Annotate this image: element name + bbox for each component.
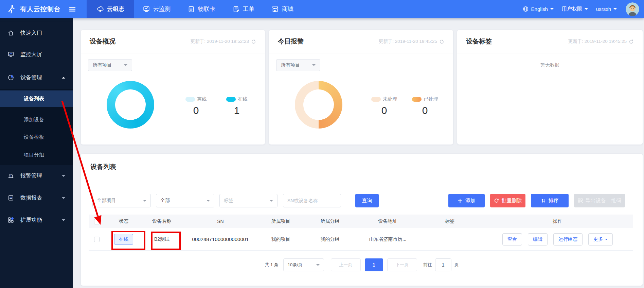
sidebar-item-quick-start[interactable]: 快速入门 bbox=[0, 26, 73, 40]
hamburger-menu-icon[interactable] bbox=[68, 5, 76, 13]
project-filter-select[interactable]: 所有项目 bbox=[88, 59, 132, 71]
card-header: 设备概况 更新于: 2019-11-20 19:52:23 bbox=[81, 30, 265, 53]
status-badge[interactable]: 在线 bbox=[114, 234, 133, 245]
chevron-down-icon bbox=[62, 175, 65, 179]
row-checkbox[interactable] bbox=[94, 237, 100, 242]
next-page-button[interactable]: 下一页 bbox=[387, 258, 417, 271]
project-cell: 我的项目 bbox=[260, 236, 302, 242]
device-name-cell: B2测试 bbox=[142, 236, 181, 242]
view-button[interactable]: 查看 bbox=[502, 233, 522, 245]
export-qr-button[interactable]: 导出设备二维码 bbox=[574, 194, 625, 207]
project-select[interactable]: 全部项目 bbox=[92, 194, 151, 207]
chevron-down-icon bbox=[605, 239, 608, 241]
address-cell: 山东省济南市历... bbox=[358, 236, 417, 242]
add-device-button[interactable]: 添加 bbox=[448, 194, 485, 207]
user-menu[interactable]: usrsxh bbox=[596, 6, 617, 12]
button-label: 查询 bbox=[362, 198, 372, 204]
button-label: 导出设备二维码 bbox=[586, 198, 621, 204]
card-title: 设备概况 bbox=[90, 37, 115, 46]
sort-icon bbox=[541, 198, 546, 203]
page-size-select[interactable]: 10条/页 bbox=[283, 258, 324, 271]
pie-chart-icon bbox=[7, 74, 14, 81]
more-button[interactable]: 更多 bbox=[588, 233, 613, 245]
tab-work-order[interactable]: 工单 bbox=[224, 0, 263, 18]
goto-page-input[interactable] bbox=[435, 258, 451, 271]
sidebar-item-device-list[interactable]: 设备列表 bbox=[0, 90, 73, 107]
legend-swatch bbox=[226, 97, 236, 102]
tab-label: 商城 bbox=[282, 5, 293, 13]
sidebar-item-device-template[interactable]: 设备模板 bbox=[0, 129, 73, 145]
navbar-right: English 用户权限 usrsxh bbox=[518, 2, 644, 16]
col-header-actions: 操作 bbox=[482, 218, 633, 224]
total-count: 共 1 条 bbox=[265, 262, 278, 268]
legend-swatch bbox=[185, 97, 195, 102]
avatar[interactable] bbox=[626, 2, 639, 16]
today-alarm-card: 今日报警 更新于: 2019-11-20 19:45:25 所有项目 bbox=[269, 30, 453, 145]
tag-select[interactable]: 标签 bbox=[219, 194, 278, 207]
sim-card-icon bbox=[187, 5, 195, 13]
current-page-button[interactable]: 1 bbox=[365, 258, 383, 271]
legend-value: 0 bbox=[410, 105, 440, 116]
edit-button[interactable]: 编辑 bbox=[528, 233, 548, 245]
legend-online: 在线 1 bbox=[222, 96, 251, 116]
sidebar-item-extensions[interactable]: 扩展功能 bbox=[0, 213, 73, 227]
status-select[interactable]: 全部 bbox=[156, 194, 214, 207]
legend-offline: 离线 0 bbox=[181, 96, 211, 116]
language-switcher[interactable]: English bbox=[522, 6, 554, 12]
sidebar-item-label: 数据报表 bbox=[20, 194, 42, 202]
store-icon bbox=[271, 5, 279, 13]
device-list-title: 设备列表 bbox=[81, 154, 643, 171]
run-scada-button[interactable]: 运行组态 bbox=[553, 233, 583, 245]
sidebar-item-label: 快速入门 bbox=[20, 30, 42, 37]
tab-cloud-monitor[interactable]: 云监测 bbox=[134, 0, 179, 18]
globe-icon bbox=[522, 6, 529, 12]
sidebar-item-device-management[interactable]: 设备管理 bbox=[0, 70, 73, 85]
refresh-icon[interactable] bbox=[629, 39, 634, 44]
tab-iot-card[interactable]: 物联卡 bbox=[179, 0, 224, 18]
report-icon bbox=[7, 194, 14, 201]
refresh-icon[interactable] bbox=[251, 39, 256, 44]
query-button[interactable]: 查询 bbox=[355, 194, 379, 207]
updated-timestamp: 更新于: 2019-11-20 19:45:25 bbox=[568, 38, 627, 45]
tab-cloud-scada[interactable]: 云组态 bbox=[87, 0, 134, 18]
button-label: 运行组态 bbox=[558, 236, 577, 242]
sidebar-subitem-label: 设备列表 bbox=[24, 96, 44, 102]
chevron-down-icon bbox=[207, 200, 210, 203]
donut-legend: 未处理 0 已处理 0 bbox=[370, 96, 440, 116]
col-header-status: 状态 bbox=[105, 218, 142, 224]
sidebar-item-project-group[interactable]: 项目分组 bbox=[0, 147, 73, 163]
sidebar: 快速入门 监控大屏 设备管理 设备列表 添加设备 设备模板 bbox=[0, 18, 73, 288]
tab-label: 云监测 bbox=[153, 5, 171, 13]
col-header-project: 所属项目 bbox=[260, 218, 302, 224]
tab-store[interactable]: 商城 bbox=[263, 0, 302, 18]
sidebar-item-monitor-screen[interactable]: 监控大屏 bbox=[0, 47, 73, 62]
device-table: 状态 设备名称 SN 所属项目 所属分组 设备地址 标签 操作 在线 B2测试 … bbox=[89, 215, 633, 251]
sidebar-item-data-report[interactable]: 数据报表 bbox=[0, 190, 73, 205]
batch-delete-button[interactable]: 批量删除 bbox=[490, 194, 525, 207]
home-icon bbox=[7, 30, 14, 36]
card-title: 今日报警 bbox=[278, 37, 304, 46]
button-label: 排序 bbox=[549, 198, 559, 204]
col-header-sn: SN bbox=[181, 219, 260, 224]
legend-value: 1 bbox=[222, 105, 251, 116]
prev-page-button[interactable]: 上一页 bbox=[331, 258, 361, 271]
sort-button[interactable]: 排序 bbox=[531, 194, 569, 207]
sidebar-item-alarm-management[interactable]: 报警管理 bbox=[0, 168, 73, 183]
legend-unprocessed: 未处理 0 bbox=[370, 96, 399, 116]
device-list-card: 设备列表 全部项目 全部 标签 查询 bbox=[81, 154, 643, 286]
select-all-checkbox[interactable] bbox=[94, 219, 100, 224]
plus-icon bbox=[458, 198, 463, 203]
search-input[interactable] bbox=[283, 194, 341, 207]
project-filter-select[interactable]: 所有项目 bbox=[276, 59, 320, 71]
goto-suffix-label: 页 bbox=[454, 262, 459, 268]
col-header-group: 所属分组 bbox=[302, 218, 358, 224]
device-overview-card: 设备概况 更新于: 2019-11-20 19:52:23 所有项目 bbox=[81, 30, 265, 145]
button-label: 更多 bbox=[593, 236, 603, 242]
sidebar-item-add-device[interactable]: 添加设备 bbox=[0, 112, 73, 128]
permission-menu[interactable]: 用户权限 bbox=[562, 6, 588, 12]
main-content: 设备概况 更新于: 2019-11-20 19:52:23 所有项目 bbox=[73, 18, 644, 288]
legend-label: 离线 bbox=[197, 96, 207, 102]
refresh-icon[interactable] bbox=[439, 39, 444, 44]
chevron-up-icon bbox=[62, 75, 65, 79]
legend-value: 0 bbox=[370, 105, 399, 116]
